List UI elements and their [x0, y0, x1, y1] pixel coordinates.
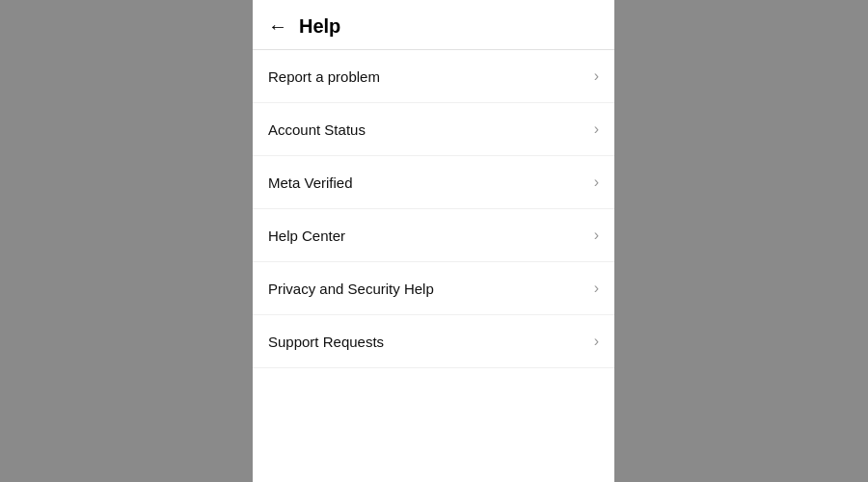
menu-item-account-status[interactable]: Account Status › — [253, 103, 614, 156]
menu-list: Report a problem › Account Status › Meta… — [253, 50, 614, 482]
menu-item-meta-verified[interactable]: Meta Verified › — [253, 156, 614, 209]
left-sidebar — [0, 0, 253, 482]
menu-item-label: Help Center — [268, 228, 345, 244]
chevron-right-icon: › — [594, 120, 599, 138]
menu-item-label: Support Requests — [268, 334, 384, 350]
menu-item-label: Meta Verified — [268, 174, 353, 191]
page-wrapper: ← Help Report a problem › Account Status… — [0, 0, 868, 482]
page-title: Help — [299, 15, 340, 38]
menu-item-support-requests[interactable]: Support Requests › — [253, 315, 614, 368]
chevron-right-icon: › — [594, 333, 599, 350]
menu-item-help-center[interactable]: Help Center › — [253, 209, 614, 262]
chevron-right-icon: › — [594, 227, 599, 244]
menu-item-report-problem[interactable]: Report a problem › — [253, 50, 614, 103]
menu-item-privacy-security-help[interactable]: Privacy and Security Help › — [253, 262, 614, 315]
chevron-right-icon: › — [594, 174, 599, 191]
back-arrow-icon: ← — [268, 15, 287, 38]
menu-item-label: Privacy and Security Help — [268, 281, 434, 297]
right-sidebar — [614, 0, 868, 482]
menu-item-label: Report a problem — [268, 68, 380, 85]
chevron-right-icon: › — [594, 280, 599, 297]
menu-item-label: Account Status — [268, 121, 366, 138]
phone-panel: ← Help Report a problem › Account Status… — [253, 0, 614, 482]
chevron-right-icon: › — [594, 67, 599, 85]
header: ← Help — [253, 0, 614, 50]
back-button[interactable]: ← — [268, 15, 287, 38]
